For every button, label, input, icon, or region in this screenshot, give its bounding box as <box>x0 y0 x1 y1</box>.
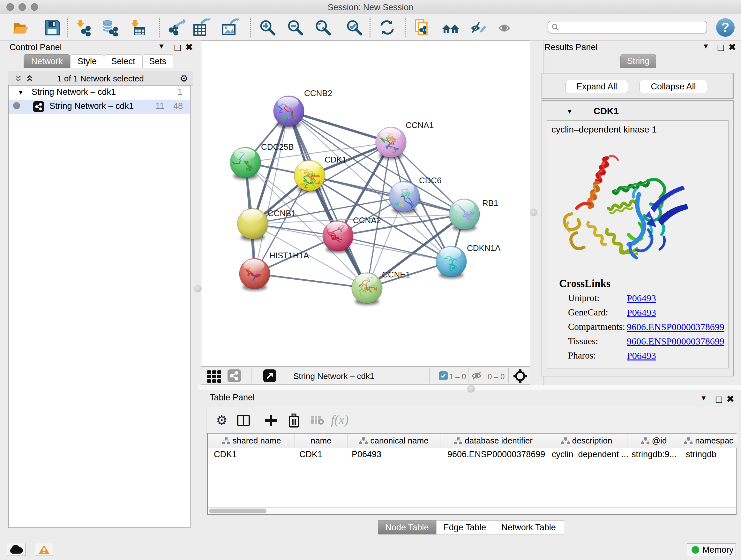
svg-text:CCNE1: CCNE1 <box>382 270 410 279</box>
svg-text:HIST1H1A: HIST1H1A <box>269 251 309 260</box>
svg-text:CCNB2: CCNB2 <box>304 88 332 98</box>
svg-text:CCNA1: CCNA1 <box>406 120 434 130</box>
svg-text:CDK1: CDK1 <box>325 155 347 165</box>
svg-text:CDKN1A: CDKN1A <box>467 243 501 253</box>
svg-text:CDC6: CDC6 <box>419 176 442 185</box>
svg-text:RB1: RB1 <box>482 198 498 208</box>
svg-text:CCNB1: CCNB1 <box>268 208 296 218</box>
svg-text:CDC25B: CDC25B <box>261 142 294 152</box>
svg-text:CCNA2: CCNA2 <box>353 215 381 225</box>
